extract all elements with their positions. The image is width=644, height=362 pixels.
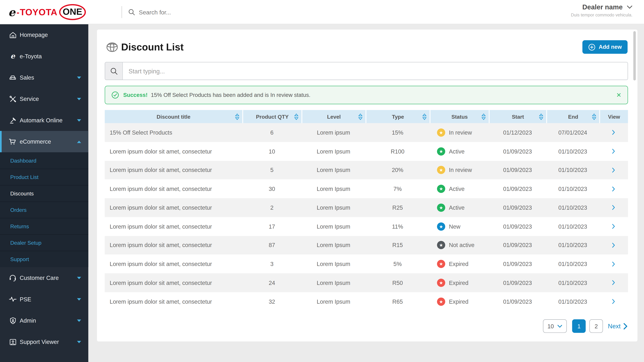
pulse-icon <box>8 295 17 304</box>
global-search-input[interactable] <box>139 9 246 15</box>
sort-icon <box>592 113 596 121</box>
chevron-right-icon[interactable] <box>612 167 615 173</box>
search-icon <box>110 67 118 75</box>
sidebar-item-customer-care[interactable]: Customer Care <box>0 267 88 289</box>
sidebar-subitem-dashboard[interactable]: Dashboard <box>0 152 88 169</box>
sidebar-item-service[interactable]: Service <box>0 88 88 110</box>
cell-discount-title: Lorem ipsum dolor sit amet, consectetur <box>105 186 242 192</box>
cell-level: Lorem Ipsum <box>302 242 366 248</box>
filter-searchbar <box>105 62 628 80</box>
column-header-end[interactable]: End <box>546 110 599 123</box>
cell-level: Lorem Ipsum <box>302 223 366 230</box>
toyota-logo-icon <box>106 42 118 52</box>
status-label: Active <box>449 186 464 192</box>
table-row[interactable]: Lorem ipsum dolor sit amet, consectetur … <box>105 198 628 217</box>
table-row[interactable]: Lorem ipsum dolor sit amet, consectetur … <box>105 142 628 161</box>
cell-end-date: 01/10/2023 <box>546 242 599 248</box>
chevron-right-icon[interactable] <box>612 299 615 304</box>
column-header-level[interactable]: Level <box>302 110 366 123</box>
sidebar-subitem-orders[interactable]: Orders <box>0 201 88 218</box>
chevron-right-icon[interactable] <box>612 224 615 229</box>
table-row[interactable]: Lorem ipsum dolor sit amet, consectetur … <box>105 273 628 292</box>
add-new-button[interactable]: Add new <box>582 40 628 54</box>
chevron-down-icon <box>77 97 81 100</box>
sidebar-subitem-returns[interactable]: Returns <box>0 218 88 234</box>
cell-level: Lorem Ipsum <box>302 148 366 155</box>
sort-icon <box>358 113 363 121</box>
cell-discount-title: Lorem ipsum dolor sit amet, consectetur <box>105 279 242 286</box>
chevron-right-icon[interactable] <box>612 243 615 248</box>
cell-end-date: 01/10/2023 <box>546 186 599 192</box>
column-header-product-qty[interactable]: Product QTY <box>242 110 302 123</box>
cell-end-date: 01/10/2023 <box>546 148 599 155</box>
table-row[interactable]: Lorem ipsum dolor sit amet, consectetur … <box>105 161 628 179</box>
sidebar-item-admin[interactable]: Admin <box>0 310 88 331</box>
cell-discount-title: Lorem ipsum dolor sit amet, consectetur <box>105 242 242 248</box>
sidebar-subitem-support[interactable]: Support <box>0 251 88 267</box>
alert-message: 15% Off Select Products has been added a… <box>151 92 310 98</box>
chevron-right-icon[interactable] <box>612 130 615 135</box>
cell-end-date: 01/10/2023 <box>546 279 599 286</box>
chevron-right-icon[interactable] <box>612 280 615 285</box>
page-size-select[interactable]: 10 <box>543 319 567 333</box>
table-row[interactable]: Lorem ipsum dolor sit amet, consectetur … <box>105 255 628 273</box>
status-label: Expired <box>449 298 468 305</box>
cell-start-date: 01/09/2023 <box>489 204 546 211</box>
column-header-type[interactable]: Type <box>366 110 430 123</box>
cell-level: Lorem Ipsum <box>302 167 366 173</box>
dealer-dropdown[interactable]: Dealer name <box>571 3 632 11</box>
sidebar-item-pse[interactable]: PSE <box>0 289 88 310</box>
table-row[interactable]: Lorem ipsum dolor sit amet, consectetur … <box>105 236 628 255</box>
cell-start-date: 01/09/2023 <box>489 186 546 192</box>
scrollbar-thumb[interactable] <box>633 31 636 80</box>
sort-icon <box>294 113 298 121</box>
cell-product-qty: 6 <box>242 129 302 136</box>
table-body: 15% Off Select Products 6 Lorem ipsum 15… <box>105 123 628 311</box>
cell-view <box>599 261 628 267</box>
user-card-icon <box>8 337 17 347</box>
chevron-right-icon[interactable] <box>612 205 615 210</box>
column-header-status[interactable]: Status <box>430 110 489 123</box>
sidebar-item-ecommerce[interactable]: eCommerce <box>0 131 88 152</box>
next-page-link[interactable]: Next <box>608 323 628 330</box>
sort-icon <box>422 113 427 121</box>
brand-logo[interactable]: e - TOYOTA ONE <box>8 0 86 24</box>
header-divider <box>122 6 122 18</box>
sidebar-item-e-toyota[interactable]: e e-Toyota <box>0 45 88 67</box>
cell-level: Lorem Ipsum <box>302 204 366 211</box>
sidebar-subitem-discounts[interactable]: Discounts <box>0 185 88 201</box>
ecommerce-submenu: Dashboard Product List Discounts Orders … <box>0 152 88 267</box>
page-button-2[interactable]: 2 <box>590 319 603 333</box>
sidebar-item-sales[interactable]: Sales <box>0 67 88 88</box>
chevron-right-icon[interactable] <box>612 149 615 154</box>
sidebar-item-homepage[interactable]: Homepage <box>0 24 88 45</box>
cell-status: ★ Active <box>430 185 489 193</box>
page-button-1[interactable]: 1 <box>572 319 586 333</box>
chevron-down-icon <box>77 319 81 322</box>
cell-end-date: 01/10/2023 <box>546 298 599 305</box>
cell-view <box>599 149 628 154</box>
column-header-discount-title[interactable]: Discount title <box>105 110 242 123</box>
table-row[interactable]: Lorem ipsum dolor sit amet, consectetur … <box>105 179 628 198</box>
column-header-start[interactable]: Start <box>489 110 546 123</box>
sidebar-item-automark-online[interactable]: Automark Online <box>0 110 88 131</box>
filter-input[interactable] <box>123 62 628 80</box>
cell-product-qty: 3 <box>242 261 302 267</box>
table-row[interactable]: Lorem ipsum dolor sit amet, consectetur … <box>105 292 628 311</box>
chevron-right-icon[interactable] <box>612 186 615 192</box>
sidebar-subitem-dealer-setup[interactable]: Dealer Setup <box>0 234 88 251</box>
cell-discount-title: Lorem ipsum dolor sit amet, consectetur <box>105 167 242 173</box>
cell-start-date: 01/09/2023 <box>489 298 546 305</box>
chevron-up-icon <box>77 140 81 143</box>
chevron-down-icon <box>77 298 81 301</box>
cell-view <box>599 299 628 304</box>
table-row[interactable]: 15% Off Select Products 6 Lorem ipsum 15… <box>105 123 628 142</box>
table-row[interactable]: Lorem ipsum dolor sit amet, consectetur … <box>105 217 628 236</box>
close-icon[interactable]: ✕ <box>616 92 622 98</box>
logo-e-glyph: e <box>8 6 15 18</box>
chevron-right-icon[interactable] <box>612 261 615 267</box>
cell-end-date: 01/10/2023 <box>546 167 599 173</box>
logo-suffix-badge: ONE <box>59 4 86 20</box>
sidebar-item-support-viewer[interactable]: Support Viewer <box>0 331 88 353</box>
sidebar-subitem-product-list[interactable]: Product List <box>0 169 88 185</box>
